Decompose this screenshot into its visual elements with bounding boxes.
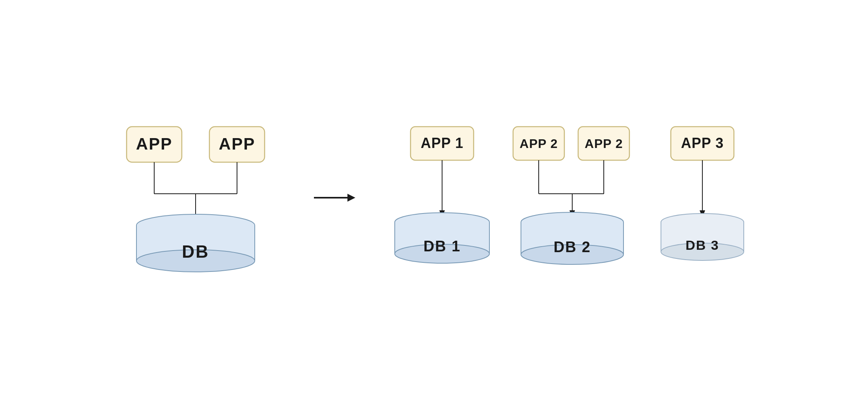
transition-arrow xyxy=(312,186,359,210)
group-db1: APP 1 DB 1 xyxy=(391,115,493,281)
left-db-label: DB xyxy=(182,242,209,261)
app3-label: APP 3 xyxy=(681,135,723,151)
group2-svg: APP 2 APP 2 DB 2 xyxy=(505,115,639,281)
app1-label: APP 1 xyxy=(420,135,463,151)
db2-label: DB 2 xyxy=(553,239,591,255)
group-db2: APP 2 APP 2 DB 2 xyxy=(505,115,639,281)
app2a-label: APP 2 xyxy=(519,137,558,151)
right-diagram: APP 1 DB 1 APP 2 APP 2 xyxy=(391,115,754,281)
diagram-container: APP APP DB xyxy=(99,99,769,296)
left-connector-svg: APP APP DB xyxy=(115,115,280,281)
arrow-svg xyxy=(312,186,359,210)
left-app2-label: APP xyxy=(218,135,255,153)
db1-label: DB 1 xyxy=(423,238,461,255)
svg-marker-14 xyxy=(347,194,355,202)
db3-label: DB 3 xyxy=(685,238,719,253)
group3-svg: APP 3 DB 3 xyxy=(651,115,754,281)
left-diagram: APP APP DB xyxy=(115,115,280,281)
left-app1-label: APP xyxy=(136,135,172,153)
app2b-label: APP 2 xyxy=(584,137,623,151)
group-db3: APP 3 DB 3 xyxy=(651,115,754,281)
group1-svg: APP 1 DB 1 xyxy=(391,115,493,281)
